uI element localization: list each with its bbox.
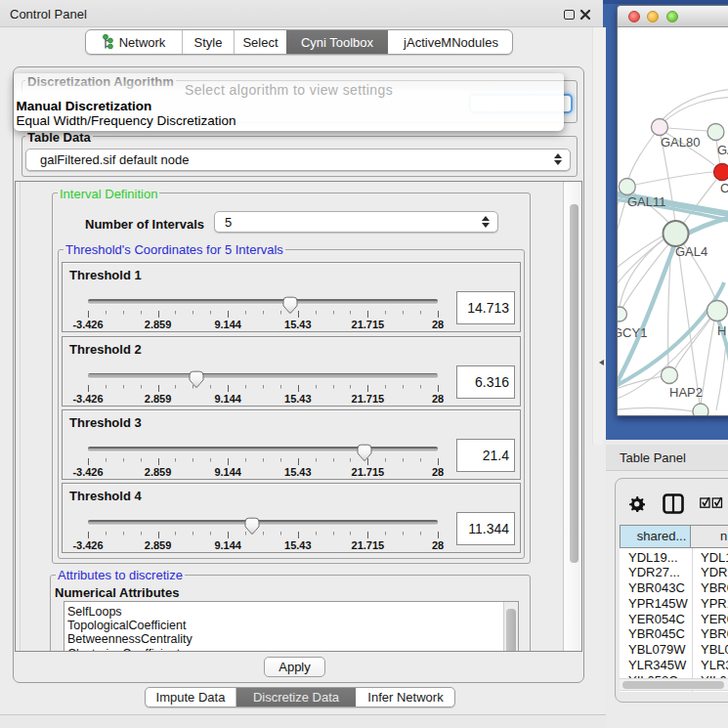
svg-text:C: C bbox=[720, 181, 728, 195]
svg-text:GCY1: GCY1 bbox=[618, 325, 647, 340]
svg-text:GAL11: GAL11 bbox=[627, 194, 666, 209]
svg-text:HAP2: HAP2 bbox=[669, 385, 703, 400]
svg-text:GAL80: GAL80 bbox=[661, 135, 700, 150]
svg-text:GAL4: GAL4 bbox=[675, 244, 707, 259]
svg-text:GA: GA bbox=[717, 143, 728, 157]
svg-text:H: H bbox=[717, 323, 726, 338]
